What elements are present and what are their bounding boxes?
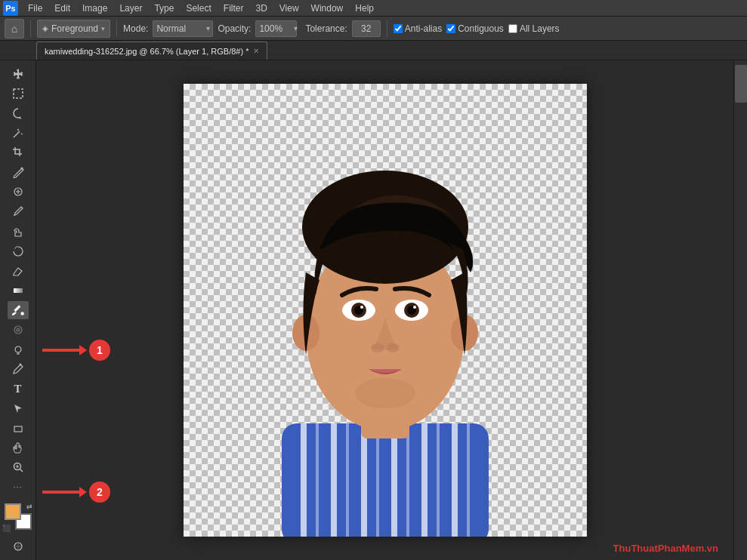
quick-mask-button[interactable] — [8, 537, 29, 555]
healing-icon — [12, 186, 24, 198]
menu-image[interactable]: Image — [77, 2, 113, 15]
lasso-icon — [12, 107, 24, 119]
extra-icon: ··· — [13, 482, 22, 491]
home-button[interactable]: ⌂ — [5, 19, 24, 38]
menu-select[interactable]: Select — [181, 2, 216, 15]
foreground-label: Foreground — [51, 23, 98, 34]
dodge-tool-button[interactable] — [8, 340, 29, 358]
text-icon: T — [14, 383, 21, 395]
menu-help[interactable]: Help — [350, 2, 379, 15]
eraser-tool-button[interactable] — [8, 262, 29, 280]
rectangular-marquee-button[interactable] — [8, 85, 29, 103]
canvas-background — [184, 84, 587, 537]
svg-point-36 — [413, 306, 416, 309]
mode-select-wrap: Normal — [153, 20, 213, 37]
hand-tool-button[interactable] — [8, 438, 29, 457]
toolbar-divider-2 — [116, 20, 117, 37]
text-tool-button[interactable]: T — [8, 380, 29, 398]
extra-tools-button[interactable]: ··· — [8, 478, 29, 496]
left-toolbar: T ··· ⇄ ⬛ — [0, 60, 36, 560]
portrait-image — [184, 84, 587, 537]
watermark-text-normal: ThuThuat — [613, 543, 658, 554]
mode-select[interactable]: Normal — [153, 20, 213, 37]
opacity-select[interactable]: 100% — [255, 20, 297, 37]
foreground-color-box[interactable] — [5, 503, 21, 520]
annotation-2-container: 2 — [42, 482, 110, 503]
foreground-dropdown[interactable]: ◈ Foreground ▾ — [37, 20, 110, 38]
svg-point-5 — [16, 328, 20, 332]
annotation-2-number: 2 — [97, 486, 103, 498]
brush-tool-button[interactable] — [8, 202, 29, 220]
blur-tool-button[interactable] — [8, 321, 29, 339]
menu-3d[interactable]: 3D — [250, 2, 272, 15]
reset-colors-icon[interactable]: ⬛ — [2, 525, 11, 532]
panels-button[interactable] — [735, 65, 747, 103]
svg-point-1 — [20, 168, 23, 170]
lasso-tool-button[interactable] — [8, 104, 29, 122]
canvas-area[interactable]: 1 2 ThuThuatPhanMem.vn — [36, 60, 733, 560]
zoom-tool-button[interactable] — [8, 458, 29, 476]
swap-colors-icon[interactable]: ⇄ — [26, 503, 32, 510]
annotation-1-arrow — [42, 349, 80, 352]
svg-rect-3 — [14, 288, 23, 293]
annotation-2-badge: 2 — [89, 482, 110, 503]
gradient-icon — [12, 285, 24, 297]
contiguous-wrap: Contiguous — [446, 23, 504, 34]
svg-point-32 — [360, 306, 363, 309]
annotation-1-badge: 1 — [89, 340, 110, 361]
watermark-text-suffix: .vn — [704, 543, 718, 554]
contiguous-label: Contiguous — [458, 23, 504, 34]
move-tool-button[interactable] — [8, 65, 29, 83]
history-brush-icon — [12, 245, 24, 257]
healing-brush-button[interactable] — [8, 183, 29, 201]
pen-tool-button[interactable] — [8, 360, 29, 378]
color-boxes: ⇄ ⬛ — [5, 503, 32, 529]
svg-rect-13 — [316, 423, 319, 537]
mode-label: Mode: — [123, 23, 148, 34]
svg-rect-15 — [346, 423, 349, 537]
canvas-container — [184, 84, 587, 537]
menu-window[interactable]: Window — [306, 2, 349, 15]
crop-tool-button[interactable] — [8, 143, 29, 162]
all-layers-checkbox[interactable] — [508, 24, 517, 33]
magic-wand-button[interactable] — [8, 124, 29, 142]
path-select-button[interactable] — [8, 399, 29, 417]
contiguous-checkbox[interactable] — [446, 24, 455, 33]
magic-wand-icon — [12, 127, 24, 139]
toolbar-divider-3 — [387, 20, 387, 37]
gradient-tool-button[interactable] — [8, 282, 29, 300]
anti-alias-checkbox[interactable] — [394, 24, 403, 33]
svg-rect-16 — [361, 423, 367, 537]
path-select-icon — [12, 402, 24, 414]
annotation-2-arrow — [42, 491, 80, 494]
eyedropper-button[interactable] — [8, 163, 29, 181]
paint-bucket-button[interactable] — [8, 301, 29, 319]
svg-rect-8 — [14, 426, 22, 432]
opacity-select-wrap: 100% — [255, 20, 301, 37]
menu-file[interactable]: File — [23, 2, 48, 15]
shape-tool-button[interactable] — [8, 419, 29, 437]
opacity-label: Opacity: — [218, 23, 251, 34]
menu-type[interactable]: Type — [149, 2, 179, 15]
svg-rect-0 — [14, 89, 23, 98]
menu-edit[interactable]: Edit — [49, 2, 76, 15]
options-toolbar: ⌂ ◈ Foreground ▾ Mode: Normal Opacity: 1… — [0, 17, 747, 41]
hand-icon — [12, 442, 24, 454]
svg-rect-19 — [406, 423, 409, 537]
clone-stamp-button[interactable] — [8, 223, 29, 241]
menu-layer[interactable]: Layer — [114, 2, 147, 15]
svg-point-39 — [355, 378, 415, 408]
svg-point-6 — [15, 346, 21, 352]
tabs-bar: kamiwedding-316252.jpg @ 66.7% (Layer 1,… — [0, 41, 747, 60]
tab-close-button[interactable]: ✕ — [253, 47, 259, 55]
move-icon — [12, 68, 24, 80]
main-area: T ··· ⇄ ⬛ — [0, 60, 747, 560]
svg-rect-12 — [301, 423, 307, 537]
tolerance-input[interactable] — [352, 20, 381, 37]
menu-view[interactable]: View — [274, 2, 304, 15]
home-icon: ⌂ — [11, 23, 17, 35]
annotation-1-number: 1 — [97, 344, 103, 356]
active-tab[interactable]: kamiwedding-316252.jpg @ 66.7% (Layer 1,… — [36, 42, 267, 60]
menu-filter[interactable]: Filter — [218, 2, 249, 15]
history-brush-button[interactable] — [8, 242, 29, 260]
